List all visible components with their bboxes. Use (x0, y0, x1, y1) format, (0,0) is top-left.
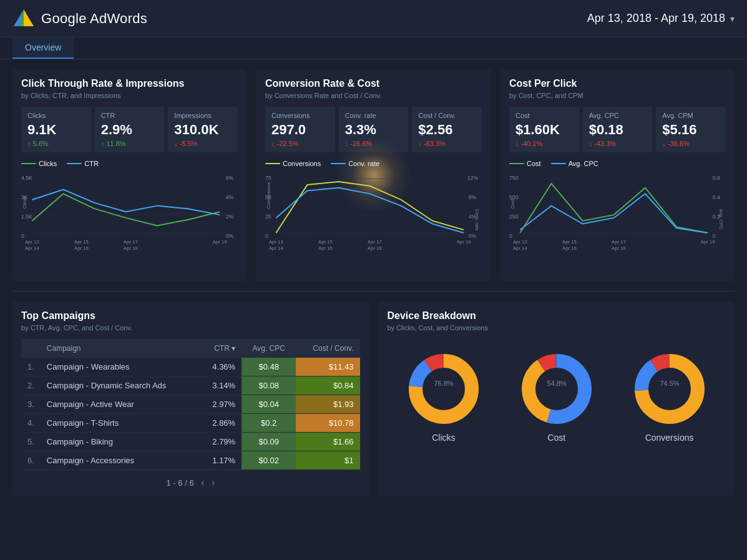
svg-text:Apr 15: Apr 15 (318, 239, 333, 245)
metric-cost-change: ↓ -40.1% (515, 140, 573, 147)
svg-text:76.8%: 76.8% (434, 380, 453, 387)
legend-conv-rate: Conv. rate (331, 160, 379, 167)
row-cpc: $0.48 (242, 358, 296, 376)
donut-conversions: 74.5% Conversions (632, 351, 707, 443)
metric-cost-conv-change: ↓ -63.3% (418, 140, 476, 147)
ctr-chart-legend: Clicks CTR (21, 160, 238, 167)
campaigns-subtitle: by CTR, Avg. CPC, and Cost / Conv. (21, 324, 360, 332)
metric-avg-cpc-change: ↓ -43.3% (589, 140, 647, 147)
row-campaign-name: Campaign - Active Wear (41, 395, 199, 414)
table-row: 4. Campaign - T-Shirts 2.86% $0.2 $10.78 (21, 414, 360, 433)
campaigns-section: Top Campaigns by CTR, Avg. CPC, and Cost… (12, 302, 369, 496)
logo-text: Google AdWords (41, 11, 147, 27)
conv-metric-cards: Conversions 297.0 ↓ -22.5% Conv. rate 3.… (265, 107, 482, 152)
col-campaign: Campaign (41, 339, 199, 358)
table-header-row: Campaign CTR ▾ Avg. CPC Cost / Conv. (21, 339, 360, 358)
row-campaign-name: Campaign - T-Shirts (41, 414, 199, 433)
table-row: 2. Campaign - Dynamic Search Ads 3.14% $… (21, 376, 360, 395)
legend-clicks-dot (21, 163, 36, 164)
tab-overview[interactable]: Overview (12, 37, 74, 59)
col-avg-cpc: Avg. CPC (242, 339, 296, 358)
svg-marker-2 (24, 9, 34, 26)
pagination-prev-button[interactable]: ‹ (202, 478, 205, 488)
metric-conversions-value: 297.0 (271, 122, 329, 138)
svg-text:Conv. rate: Conv. rate (474, 209, 480, 230)
metric-impressions-label: Impressions (174, 112, 232, 119)
svg-text:Apr 16: Apr 16 (562, 245, 577, 251)
svg-text:Apr 17: Apr 17 (612, 239, 626, 245)
conv-chart-legend: Conversions Conv. rate (265, 160, 482, 167)
divider (12, 291, 735, 292)
row-cpc: $0.02 (242, 451, 296, 470)
date-range-display[interactable]: Apr 13, 2018 - Apr 19, 2018 ▾ (587, 12, 735, 25)
row-campaign-name: Campaign - Biking (41, 433, 199, 451)
svg-text:0%: 0% (469, 233, 477, 239)
row-cost: $1.66 (296, 433, 359, 451)
col-ctr[interactable]: CTR ▾ (199, 339, 242, 358)
metric-clicks-change: ↑ 5.6% (27, 140, 85, 147)
svg-point-75 (529, 361, 585, 417)
metric-conv-rate: Conv. rate 3.3% ↓ -26.6% (339, 107, 409, 152)
svg-text:0.4: 0.4 (713, 194, 720, 200)
row-cost: $11.43 (296, 358, 359, 376)
metric-conv-rate-value: 3.3% (345, 122, 403, 138)
legend-avg-cpc: Avg. CPC (551, 160, 598, 167)
svg-text:0: 0 (265, 233, 268, 239)
row-cost: $0.84 (296, 376, 359, 395)
metric-avg-cpc-value: $0.18 (589, 122, 647, 138)
tab-bar: Overview (0, 37, 747, 59)
svg-text:Apr 16: Apr 16 (74, 245, 89, 251)
date-dropdown-icon[interactable]: ▾ (730, 14, 735, 24)
logo-area: Google AdWords (12, 7, 147, 30)
svg-text:Apr 17: Apr 17 (124, 239, 138, 245)
legend-conv-rate-dot (331, 163, 346, 164)
row-campaign-name: Campaign - Accessories (41, 451, 199, 470)
conv-chart: Conversions Conv. rate 75 50 25 0 12% 8%… (265, 160, 482, 272)
svg-text:Apr 19: Apr 19 (701, 239, 715, 245)
section-ctr-title: Click Through Rate & Impressions (21, 78, 238, 89)
svg-text:Apr 13: Apr 13 (269, 239, 283, 245)
legend-clicks: Clicks (21, 160, 57, 167)
cpc-metric-cards: Cost $1.60K ↓ -40.1% Avg. CPC $0.18 ↓ -4… (509, 107, 726, 152)
row-ctr: 4.36% (199, 358, 242, 376)
donut-cost-label: Cost (547, 433, 565, 443)
device-title: Device Breakdown (388, 310, 726, 322)
ctr-chart: Clicks CTR 4.5K 3K 1.5K 0 6% 4% (21, 160, 238, 272)
section-ctr-impressions: Click Through Rate & Impressions by Clic… (12, 69, 247, 281)
row-campaign-name: Campaign - Dynamic Search Ads (41, 376, 199, 395)
section-cost-per-click: Cost Per Click by Cost, CPC, and CPM Cos… (500, 69, 735, 281)
cpc-chart-legend: Cost Avg. CPC (509, 160, 726, 167)
legend-conversions-dot (265, 163, 280, 164)
donut-clicks-label: Clicks (432, 433, 455, 443)
row-ctr: 2.86% (199, 414, 242, 433)
metric-avg-cpm-value: $5.16 (662, 122, 720, 138)
row-ctr: 2.79% (199, 433, 242, 451)
campaigns-table-body: 1. Campaign - Wearables 4.36% $0.48 $11.… (21, 358, 360, 470)
svg-text:2%: 2% (226, 214, 234, 220)
svg-text:Apr 18: Apr 18 (612, 245, 626, 251)
metric-impressions-change: ↓ -5.5% (174, 140, 232, 147)
metric-conversions-label: Conversions (271, 112, 329, 119)
bottom-sections: Top Campaigns by CTR, Avg. CPC, and Cost… (12, 302, 735, 496)
svg-text:Apr 14: Apr 14 (269, 245, 283, 251)
svg-text:250: 250 (509, 214, 519, 220)
metric-ctr-change: ↑ 11.8% (101, 140, 159, 147)
metric-impressions-value: 310.0K (174, 122, 232, 138)
svg-text:Apr 16: Apr 16 (318, 245, 333, 251)
metric-conv-rate-change: ↓ -26.6% (345, 140, 403, 147)
svg-text:8%: 8% (469, 194, 477, 200)
pagination-next-button[interactable]: › (212, 478, 215, 488)
svg-text:750: 750 (509, 175, 519, 181)
svg-text:Apr 15: Apr 15 (74, 239, 89, 245)
row-cost: $1 (296, 451, 359, 470)
device-subtitle: by Clicks, Cost, and Conversions (388, 324, 726, 332)
donut-cost: 54.8% Cost (519, 351, 594, 443)
metric-cost-value: $1.60K (515, 122, 573, 138)
legend-cost-label: Cost (527, 160, 541, 167)
svg-text:Avg. CPC: Avg. CPC (718, 209, 724, 230)
donut-charts-container: 76.8% Clicks 54.8% (388, 339, 726, 455)
pagination-text: 1 - 6 / 6 (167, 478, 194, 488)
svg-text:54.8%: 54.8% (547, 380, 566, 387)
svg-text:Apr 14: Apr 14 (513, 245, 527, 251)
row-ctr: 2.97% (199, 395, 242, 414)
